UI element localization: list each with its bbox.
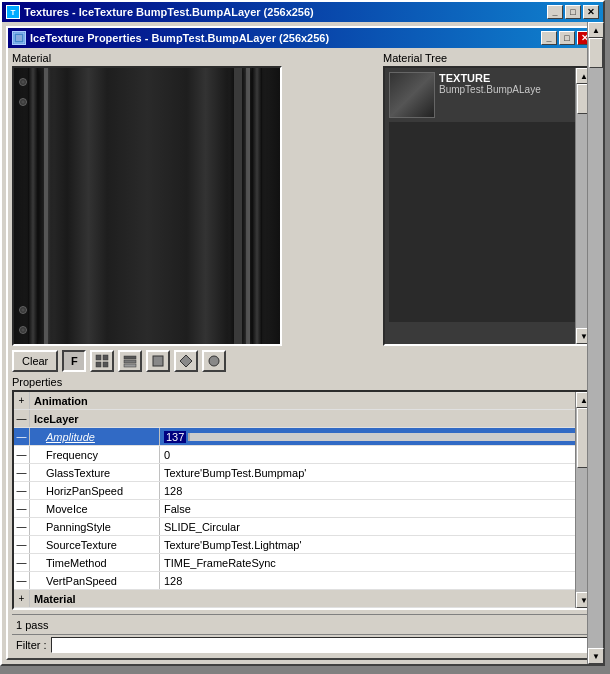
icon-btn-grid[interactable] — [90, 350, 114, 372]
filter-bar: Filter : — [12, 634, 593, 654]
svg-rect-7 — [124, 360, 136, 363]
frequency-value: 0 — [160, 446, 591, 463]
outer-scroll-up[interactable]: ▲ — [588, 22, 604, 38]
panningstyle-value: SLIDE_Circular — [160, 518, 591, 535]
tree-node-label: TEXTURE — [439, 72, 541, 84]
icelayer-section-header[interactable]: — IceLayer — [14, 410, 591, 428]
timemethod-value: TIME_FrameRateSync — [160, 554, 591, 571]
outer-scroll-down[interactable]: ▼ — [588, 648, 604, 664]
outer-titlebar-left: T Textures - IceTexture BumpTest.BumpALa… — [6, 5, 314, 19]
svg-rect-8 — [124, 364, 136, 367]
material-tree: TEXTURE BumpTest.BumpALaye ▲ — [383, 66, 593, 346]
inner-titlebar: IceTexture Properties - BumpTest.BumpALa… — [8, 28, 597, 48]
panningstyle-expand: — — [14, 518, 30, 535]
inner-window-title: IceTexture Properties - BumpTest.BumpALa… — [30, 32, 329, 44]
amplitude-value-box: 137 — [164, 431, 186, 443]
status-bar: 1 pass — [12, 614, 593, 634]
outer-maximize-button[interactable]: □ — [565, 5, 581, 19]
tree-thumbnail — [389, 72, 435, 118]
icon-btn-square[interactable] — [146, 350, 170, 372]
outer-window-icon: T — [6, 5, 20, 19]
svg-rect-1 — [16, 35, 22, 41]
outer-window-title: Textures - IceTexture BumpTest.BumpALaye… — [24, 6, 314, 18]
outer-window: T Textures - IceTexture BumpTest.BumpALa… — [0, 0, 605, 666]
filter-label: Filter : — [16, 639, 47, 651]
outer-titlebar-buttons: _ □ ✕ — [547, 5, 599, 19]
material-section-expand[interactable]: + — [14, 590, 30, 607]
panningstyle-name: PanningStyle — [30, 518, 160, 535]
icelayer-section-name: IceLayer — [30, 410, 160, 427]
material-section-name: Material — [30, 590, 160, 607]
outer-minimize-button[interactable]: _ — [547, 5, 563, 19]
outer-close-button[interactable]: ✕ — [583, 5, 599, 19]
vertpanspeed-name: VertPanSpeed — [30, 572, 160, 589]
prop-row-glasstexture[interactable]: — GlassTexture Texture'BumpTest.Bumpmap' — [14, 464, 591, 482]
animation-section-name: Animation — [30, 392, 160, 409]
sourcetexture-name: SourceTexture — [30, 536, 160, 553]
inner-titlebar-buttons: _ □ ✕ — [541, 31, 593, 45]
svg-point-11 — [209, 356, 219, 366]
toolbar: Clear F — [12, 350, 593, 372]
animation-expand-icon[interactable]: + — [14, 392, 30, 409]
clear-button[interactable]: Clear — [12, 350, 58, 372]
svg-rect-2 — [96, 355, 101, 360]
icon-btn-circle[interactable] — [202, 350, 226, 372]
animation-section-header[interactable]: + Animation — [14, 392, 591, 410]
panels: Material — [12, 52, 593, 346]
prop-row-horizpanspeed[interactable]: — HorizPanSpeed 128 — [14, 482, 591, 500]
prop-row-moveice[interactable]: — MoveIce False — [14, 500, 591, 518]
properties-panel: + Animation — IceLayer — Amplitude 137 — [12, 390, 593, 610]
status-text: 1 pass — [16, 619, 48, 631]
inner-window-icon — [12, 31, 26, 45]
frequency-expand: — — [14, 446, 30, 463]
icon-btn-diamond[interactable] — [174, 350, 198, 372]
material-panel: Material — [12, 52, 379, 346]
amplitude-value[interactable]: 137 — [160, 428, 591, 445]
material-section-value — [160, 590, 591, 607]
glasstexture-name: GlassTexture — [30, 464, 160, 481]
timemethod-expand: — — [14, 554, 30, 571]
horizpanspeed-name: HorizPanSpeed — [30, 482, 160, 499]
material-preview — [12, 66, 282, 346]
prop-row-panningstyle[interactable]: — PanningStyle SLIDE_Circular — [14, 518, 591, 536]
timemethod-name: TimeMethod — [30, 554, 160, 571]
sourcetexture-value: Texture'BumpTest.Lightmap' — [160, 536, 591, 553]
tree-node-info: TEXTURE BumpTest.BumpALaye — [439, 72, 541, 118]
outer-titlebar: T Textures - IceTexture BumpTest.BumpALa… — [2, 2, 603, 22]
filter-input[interactable] — [51, 637, 589, 653]
properties-label: Properties — [12, 376, 593, 388]
material-section-header[interactable]: + Material — [14, 590, 591, 608]
inner-titlebar-left: IceTexture Properties - BumpTest.BumpALa… — [12, 31, 329, 45]
prop-row-vertpanspeed[interactable]: — VertPanSpeed 128 — [14, 572, 591, 590]
inner-maximize-button[interactable]: □ — [559, 31, 575, 45]
moveice-expand: — — [14, 500, 30, 517]
inner-minimize-button[interactable]: _ — [541, 31, 557, 45]
amplitude-name: Amplitude — [30, 428, 160, 445]
outer-scroll-thumb[interactable] — [589, 38, 603, 68]
icon-btn-f[interactable]: F — [62, 350, 86, 372]
outer-scroll-track[interactable] — [588, 38, 603, 648]
prop-row-timemethod[interactable]: — TimeMethod TIME_FrameRateSync — [14, 554, 591, 572]
icon-btn-layers[interactable] — [118, 350, 142, 372]
outer-scrollbar: ▲ ▼ — [587, 22, 603, 664]
tree-dark-area — [389, 122, 587, 322]
material-texture — [14, 68, 280, 344]
prop-row-amplitude[interactable]: — Amplitude 137 — [14, 428, 591, 446]
material-tree-panel: Material Tree TEXTURE BumpTest.BumpALaye — [383, 52, 593, 346]
tree-content: TEXTURE BumpTest.BumpALaye — [385, 68, 591, 326]
svg-rect-4 — [96, 362, 101, 367]
tree-subnode-label: BumpTest.BumpALaye — [439, 84, 541, 95]
frequency-name: Frequency — [30, 446, 160, 463]
prop-row-frequency[interactable]: — Frequency 0 — [14, 446, 591, 464]
svg-rect-6 — [124, 356, 136, 359]
moveice-name: MoveIce — [30, 500, 160, 517]
svg-rect-3 — [103, 355, 108, 360]
icelayer-expand-icon[interactable]: — — [14, 410, 30, 427]
glasstexture-expand: — — [14, 464, 30, 481]
prop-row-sourcetexture[interactable]: — SourceTexture Texture'BumpTest.Lightma… — [14, 536, 591, 554]
horizpanspeed-value: 128 — [160, 482, 591, 499]
vertpanspeed-expand: — — [14, 572, 30, 589]
svg-marker-10 — [180, 355, 192, 367]
material-label: Material — [12, 52, 379, 64]
horizpanspeed-expand: — — [14, 482, 30, 499]
